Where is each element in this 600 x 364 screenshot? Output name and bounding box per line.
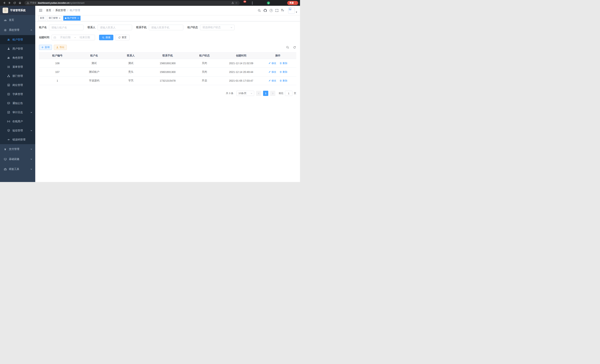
sidebar-item-payment[interactable]: ¥ 支付管理 — [0, 144, 35, 154]
extension-icon-diamond[interactable] — [247, 1, 250, 4]
announcement-icon — [7, 102, 10, 105]
edit-button[interactable]: 修改 — [268, 79, 276, 82]
table-row: 108 测试 测试 15601691300 关闭 2021-12-14 21:0… — [39, 59, 296, 68]
sidebar-item-home[interactable]: 首页 — [0, 15, 35, 25]
forward-icon[interactable] — [7, 0, 12, 5]
tab-home[interactable]: 首页 — [38, 16, 46, 21]
app-logo-row[interactable]: 芋道管理系统 — [0, 6, 35, 15]
date-start-placeholder[interactable]: 开始日期 — [57, 36, 74, 39]
contact-label: 联系人 — [88, 26, 98, 29]
header-search-icon[interactable] — [258, 9, 261, 12]
sidebar-item-departments[interactable]: 部门管理 — [0, 71, 35, 81]
delete-button[interactable]: 删除 — [280, 70, 287, 74]
tab-tenants[interactable]: 租户管理 × — [63, 16, 81, 21]
sidebar-item-label: 系统管理 — [9, 28, 19, 32]
extension-icon-paw[interactable] — [277, 1, 280, 4]
tenant-name-input[interactable] — [49, 25, 84, 30]
extension-icon-green-2[interactable]: y — [267, 1, 270, 4]
prev-page-button[interactable] — [256, 91, 261, 96]
chevron-up-icon — [30, 29, 32, 31]
github-icon[interactable] — [263, 9, 267, 12]
sidebar-item-dev-tools[interactable]: 研发工具 — [0, 164, 35, 174]
user-menu[interactable]: ▾ — [288, 7, 297, 14]
cell-tenant-id: 1 — [39, 76, 76, 85]
page-number-1[interactable]: 1 — [263, 91, 268, 96]
next-page-button[interactable] — [270, 91, 275, 96]
table-row: 1 芋道源码 芋艿 17321315478 开启 2021-01-05 17:0… — [39, 76, 296, 85]
chevron-down-icon — [251, 92, 253, 94]
sidebar-item-notices[interactable]: 通知公告 — [0, 99, 35, 108]
active-dot — [65, 18, 66, 19]
sidebar-item-label: 研发工具 — [9, 168, 19, 171]
caret-down-icon[interactable]: ▾ — [296, 11, 297, 14]
breadcrumb-system[interactable]: 系统管理 — [55, 9, 66, 12]
refresh-icon[interactable] — [12, 0, 17, 5]
security-label: 不安全 — [30, 1, 37, 4]
close-icon[interactable]: × — [59, 17, 60, 19]
security-warning[interactable]: 不安全 — [27, 1, 37, 4]
page-size-select[interactable]: 10条/页 — [236, 91, 254, 96]
sidebar-item-posts[interactable]: 岗位管理 — [0, 81, 35, 90]
browser-update-button[interactable]: 更新 ⋮ — [287, 1, 298, 5]
extension-icon-badged[interactable]: 10 — [242, 1, 245, 4]
fullscreen-icon[interactable] — [275, 9, 279, 12]
sidebar-item-audit-log[interactable]: 审计日志 — [0, 108, 35, 117]
sidebar-item-infrastructure[interactable]: 基础设施 — [0, 154, 35, 164]
cell-phone: 15601691300 — [149, 59, 186, 68]
cell-actions: 修改删除 — [260, 68, 296, 76]
browser-profile-avatar[interactable] — [282, 1, 285, 4]
close-icon[interactable]: × — [77, 17, 79, 19]
sidebar-item-menus[interactable]: 菜单管理 — [0, 62, 35, 71]
sidebar-item-system[interactable]: 系统管理 — [0, 25, 35, 35]
tab-departments[interactable]: 部门管理 × — [47, 16, 62, 21]
toolbar: 新增 导出 — [39, 45, 296, 50]
extension-icon-green-1[interactable] — [262, 1, 265, 4]
filter-row-2: 创建时间 开始日期 - 结束日期 搜索 — [39, 35, 296, 40]
page-content: 租户名 联系人 联系手机 租户状态 请选择租户状态 — [35, 21, 300, 182]
sidebar-item-dictionary[interactable]: 字典管理 — [0, 90, 35, 99]
sidebar-item-error-codes[interactable]: </> 错误码管理 — [0, 135, 35, 144]
contact-input[interactable] — [98, 25, 132, 30]
breadcrumb-home[interactable]: 首页 — [46, 9, 51, 12]
sidebar-item-users[interactable]: 用户管理 — [0, 44, 35, 53]
delete-button[interactable]: 删除 — [280, 79, 287, 82]
font-size-icon[interactable]: TT — [281, 9, 284, 12]
delete-button[interactable]: 删除 — [280, 62, 287, 65]
sidebar-fold-icon[interactable] — [38, 8, 43, 13]
date-range-picker[interactable]: 开始日期 - 结束日期 — [52, 35, 95, 40]
roles-icon — [7, 56, 10, 59]
sidebar-item-roles[interactable]: 角色管理 — [0, 53, 35, 62]
url-bar[interactable]: 不安全 dashboard.yudao.iocoder.cn /system/t… — [25, 1, 240, 5]
cell-created: 2021-12-14 21:02:09 — [223, 59, 260, 68]
toggle-search-icon[interactable] — [286, 46, 289, 49]
sidebar-item-tenant[interactable]: 租户管理 — [0, 35, 35, 44]
help-icon[interactable]: ? — [270, 9, 273, 12]
refresh-table-icon[interactable] — [293, 46, 296, 49]
browser-menu-icon[interactable]: ⋮ — [295, 1, 297, 4]
date-end-placeholder[interactable]: 结束日期 — [77, 36, 93, 39]
avatar[interactable] — [288, 7, 295, 14]
status-select[interactable]: 请选择租户状态 — [200, 25, 234, 30]
sidebar-item-sms[interactable]: 短信管理 — [0, 126, 35, 135]
extension-icon-dark-1[interactable] — [252, 1, 255, 4]
home-icon[interactable] — [18, 0, 22, 5]
export-button[interactable]: 导出 — [54, 45, 67, 50]
back-icon[interactable] — [2, 0, 7, 5]
reset-button[interactable]: 重置 — [115, 35, 130, 40]
goto-page-input[interactable] — [285, 91, 292, 96]
cell-actions: 修改删除 — [260, 59, 296, 68]
sidebar-item-online-users[interactable]: 在线用户 — [0, 117, 35, 126]
col-contact: 联系人 — [112, 53, 149, 59]
extension-icon-green-square[interactable] — [272, 1, 275, 4]
cell-tenant-name: 测试租户 — [76, 68, 112, 76]
bookmark-star-icon[interactable]: ☆ — [235, 1, 237, 4]
edit-icon — [268, 62, 271, 64]
add-button[interactable]: 新增 — [39, 45, 52, 50]
edit-icon — [268, 80, 271, 82]
edit-button[interactable]: 修改 — [268, 62, 276, 65]
search-button[interactable]: 搜索 — [99, 35, 113, 40]
share-icon[interactable] — [232, 2, 234, 4]
phone-input[interactable] — [149, 25, 183, 30]
extension-icon-dark-2[interactable] — [257, 1, 260, 4]
edit-button[interactable]: 修改 — [268, 70, 276, 74]
